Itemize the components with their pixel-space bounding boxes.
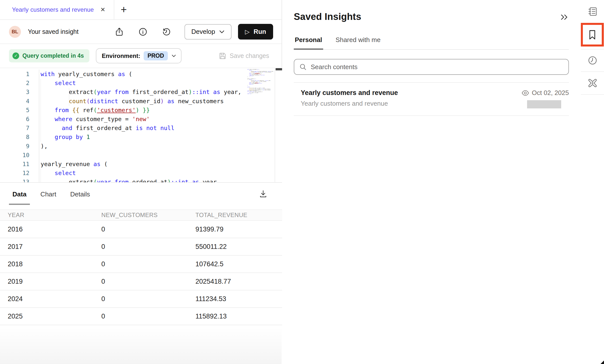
- search-box[interactable]: [294, 59, 569, 75]
- table-cell: 0: [101, 260, 195, 268]
- history-rail-button[interactable]: [581, 49, 604, 71]
- save-icon: [219, 52, 227, 60]
- insight-item-bottom-row: Yearly customers and revenue: [301, 100, 569, 108]
- table-cell: 2019: [8, 278, 101, 285]
- column-header-year: YEAR: [8, 212, 101, 219]
- table-cell: 2016: [8, 226, 101, 233]
- table-row: 20170550011.22: [0, 238, 282, 256]
- results-table-header: YEAR NEW_CUSTOMERS TOTAL_REVENUE: [0, 209, 282, 221]
- table-cell: 2025: [8, 313, 101, 320]
- table-cell: 107642.5: [195, 260, 282, 268]
- table-cell: 115892.13: [195, 313, 282, 320]
- column-header-new-customers: NEW_CUSTOMERS: [101, 212, 195, 219]
- results-table-body: 2016091399.7920170550011.2220180107642.5…: [0, 221, 282, 325]
- search-input[interactable]: [311, 63, 563, 71]
- line-number: 4: [0, 97, 29, 106]
- tab-title: Yearly customers and revenue: [12, 6, 94, 13]
- eye-icon: [522, 90, 529, 96]
- chevron-down-icon: [219, 30, 225, 34]
- line-number: 13: [0, 178, 29, 182]
- integrations-rail-button[interactable]: [581, 72, 604, 94]
- notebook-button[interactable]: [581, 0, 604, 23]
- line-number: 5: [0, 106, 29, 115]
- code-editor[interactable]: 12345678910111213 with yearly_customers …: [0, 68, 282, 182]
- tab-yearly-customers-and-revenue[interactable]: Yearly customers and revenue ✕: [0, 0, 114, 19]
- save-changes-button[interactable]: Save changes: [219, 52, 269, 60]
- insight-list: Yearly customers and revenue Oct 02, 202…: [294, 82, 569, 116]
- develop-dropdown[interactable]: Develop: [184, 24, 232, 40]
- download-button[interactable]: [259, 189, 268, 199]
- share-button[interactable]: [112, 24, 127, 39]
- line-number: 3: [0, 88, 29, 96]
- insight-item-title: Yearly customers and revenue: [301, 89, 398, 97]
- rail-separator: [581, 94, 604, 95]
- editor-minimap[interactable]: with yearly_customers as ( select extrac…: [247, 69, 275, 182]
- code-line: ),: [41, 142, 247, 151]
- new-tab-button[interactable]: +: [114, 0, 133, 19]
- run-button[interactable]: ▷ Run: [238, 24, 273, 40]
- code-line: [41, 151, 247, 160]
- tab-shared-with-me[interactable]: Shared with me: [335, 36, 382, 49]
- insight-item-subtitle: Yearly customers and revenue: [301, 100, 388, 107]
- saved-insights-header: Saved Insights: [294, 11, 569, 22]
- editor-scrollbar-thumb[interactable]: [276, 68, 282, 70]
- results-panel: Data Chart Details YEAR NEW_CUSTOMERS TO…: [0, 182, 282, 364]
- table-cell: 2017: [8, 243, 101, 251]
- environment-dropdown[interactable]: Environment: PROD: [96, 48, 181, 63]
- query-status-badge: ✓ Query completed in 4s: [9, 49, 89, 62]
- editor-gutter: 12345678910111213: [0, 70, 39, 182]
- close-tab-icon[interactable]: ✕: [100, 7, 105, 13]
- table-cell: 91399.79: [195, 226, 282, 233]
- info-icon: [138, 27, 148, 37]
- table-cell: 0: [101, 243, 195, 251]
- save-changes-label: Save changes: [230, 52, 269, 59]
- code-line: count(distinct customer_id) as new_custo…: [41, 97, 247, 106]
- indent-guide: [41, 169, 41, 182]
- tab-chart[interactable]: Chart: [37, 183, 60, 206]
- insight-header: BL Your saved insight: [0, 20, 282, 44]
- line-number: 12: [0, 169, 29, 178]
- environment-value-badge: PROD: [144, 51, 168, 60]
- right-icon-rail: [581, 0, 604, 364]
- list-item-yearly-customers-and-revenue[interactable]: Yearly customers and revenue Oct 02, 202…: [294, 83, 569, 116]
- tab-personal[interactable]: Personal: [294, 36, 323, 49]
- info-button[interactable]: [135, 24, 150, 39]
- run-label: Run: [253, 28, 266, 36]
- play-icon: ▷: [245, 28, 249, 35]
- table-row: 20240111234.53: [0, 290, 282, 308]
- history-button[interactable]: [159, 24, 174, 39]
- code-line: with yearly_customers as (: [41, 70, 247, 79]
- table-cell: 0: [101, 295, 195, 303]
- header-actions: Develop ▷ Run: [112, 24, 282, 40]
- insight-item-date: Oct 02, 2025: [532, 89, 569, 97]
- table-cell: 2018: [8, 260, 101, 268]
- query-status-text: Query completed in 4s: [22, 52, 84, 59]
- environment-label: Environment:: [102, 52, 140, 59]
- editor-scrollbar-track[interactable]: [275, 68, 282, 182]
- table-cell: 550011.22: [195, 243, 282, 251]
- saved-insights-tabs: Personal Shared with me: [294, 36, 569, 50]
- download-icon: [259, 189, 268, 198]
- code-line: group by 1: [41, 133, 247, 141]
- code-line: select: [41, 169, 247, 178]
- line-number: 8: [0, 133, 29, 141]
- chevron-down-icon: [172, 54, 176, 57]
- saved-insights-rail-button[interactable]: [581, 23, 604, 46]
- indent-guide: [41, 79, 41, 142]
- status-bar: ✓ Query completed in 4s Environment: PRO…: [0, 44, 282, 68]
- tab-data[interactable]: Data: [9, 183, 30, 206]
- results-tab-bar: Data Chart Details: [0, 183, 282, 206]
- collapse-panel-button[interactable]: [560, 14, 569, 20]
- line-number: 2: [0, 79, 29, 88]
- tab-details[interactable]: Details: [67, 183, 93, 206]
- bookmark-icon: [587, 29, 597, 40]
- editor-panel: Yearly customers and revenue ✕ + BL Your…: [0, 0, 282, 364]
- line-number: 10: [0, 151, 29, 160]
- app-window: Yearly customers and revenue ✕ + BL Your…: [0, 0, 604, 364]
- code-line: select: [41, 79, 247, 88]
- editor-code[interactable]: with yearly_customers as ( select extrac…: [41, 70, 247, 182]
- column-header-total-revenue: TOTAL_REVENUE: [195, 212, 282, 219]
- search-icon: [299, 63, 307, 71]
- table-cell: 111234.53: [195, 295, 282, 303]
- table-cell: 0: [101, 278, 195, 285]
